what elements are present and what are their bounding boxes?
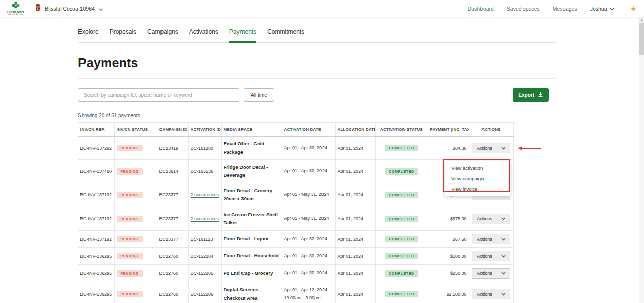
payment-amount: $250.00 xyxy=(428,265,469,282)
menu-item-view-campaign[interactable]: View campaign xyxy=(445,173,510,184)
activation-status-badge: COMPLETED xyxy=(385,236,418,242)
table-row: BC-INV-137292 PENDING BC23419 BC-161280 … xyxy=(78,137,513,160)
activation-date: Apr 01 - Apr 30, 2024 xyxy=(282,265,335,282)
nav-messages[interactable]: Messages xyxy=(553,6,577,12)
time-filter-button[interactable]: All time xyxy=(244,88,274,102)
column-header-actions: ACTIONS xyxy=(469,123,513,137)
actions-button[interactable]: Actions xyxy=(472,214,497,224)
table-row: BC-INV-136295 PENDING BC22760 BC-152286 … xyxy=(78,282,513,303)
invcn-ref: BC-INV-137192 xyxy=(78,231,114,248)
actions-button-group: Actions xyxy=(472,143,510,153)
payment-amount: $84.38 xyxy=(428,137,469,160)
invcn-status-badge: PENDING xyxy=(117,236,143,242)
actions-dropdown-toggle[interactable] xyxy=(497,234,510,244)
actions-dropdown-toggle[interactable] xyxy=(497,251,510,261)
actions-button-group: Actions xyxy=(472,268,510,279)
campaign-id: BC23377 xyxy=(157,231,188,248)
payment-amount: $100.00 xyxy=(428,248,469,265)
occurrences-link[interactable]: 2 occurrences xyxy=(191,216,219,221)
toolbar: All time Export xyxy=(78,88,556,102)
activation-id: BC-161123 xyxy=(191,237,213,242)
occurrences-link[interactable]: 2 occurrences xyxy=(191,192,219,197)
actions-button[interactable]: Actions xyxy=(472,251,497,261)
user-menu[interactable]: Joshua xyxy=(590,6,614,12)
results-summary: Showing 20 of 51 payments xyxy=(78,113,556,118)
media-space: Floor Decal - Household xyxy=(221,248,282,265)
actions-button[interactable]: Actions xyxy=(472,234,497,244)
menu-item-view-invoice[interactable]: View invoice xyxy=(445,184,510,194)
tab-campaigns[interactable]: Campaigns xyxy=(147,28,178,42)
activation-id: BC-152286 xyxy=(191,292,214,297)
campaign-id: BC22760 xyxy=(157,265,188,282)
activation-status-badge: COMPLETED xyxy=(385,270,418,277)
page-title: Payments xyxy=(78,56,556,70)
clover-icon xyxy=(11,1,20,10)
scrollbar-thumb[interactable] xyxy=(639,23,644,55)
column-header-media-space: MEDIA SPACE xyxy=(221,123,282,137)
tab-activations[interactable]: Activations xyxy=(189,28,218,42)
activation-status-badge: COMPLETED xyxy=(385,145,418,151)
activation-status-badge: COMPLETED xyxy=(385,253,418,259)
allocation-date: Apr 01, 2024 xyxy=(335,265,375,282)
actions-dropdown-toggle[interactable] xyxy=(497,143,510,153)
tab-payments[interactable]: Payments xyxy=(229,28,256,42)
tab-commitments[interactable]: Commitments xyxy=(267,28,304,42)
account-brand-icon xyxy=(35,4,41,13)
allocation-date: Apr 01, 2024 xyxy=(335,248,375,265)
actions-dropdown-toggle[interactable] xyxy=(497,214,510,224)
table-header-row: INV/CN REF.INV/CN STATUSCAMPAIGN IDACTIV… xyxy=(78,123,513,137)
account-switcher[interactable]: Blissful Cocoa 10964 xyxy=(35,4,103,13)
actions-button[interactable]: Actions xyxy=(472,289,497,299)
allocation-date: Apr 01, 2024 xyxy=(335,282,375,303)
allocation-date: Apr 01, 2024 xyxy=(335,207,375,231)
allocation-date: Apr 01, 2024 xyxy=(335,183,375,207)
media-space: Floor Decal - Grocery 20cm x 30cm xyxy=(221,183,282,207)
export-label: Export xyxy=(518,92,534,98)
column-header-activation-date: ACTIVATION DATE xyxy=(282,123,335,137)
tab-explore[interactable]: Explore xyxy=(78,28,99,42)
fresh-mart-logo[interactable]: Fresh Mart Whole Foods xyxy=(7,1,24,16)
campaign-id: BC23614 xyxy=(157,160,188,183)
campaign-id: BC22760 xyxy=(157,248,188,265)
column-header-inv-cn-status: INV/CN STATUS xyxy=(114,123,157,137)
activation-id: BC-161280 xyxy=(191,146,214,151)
activation-date: Apr 01 - May 31, 2024 xyxy=(282,207,335,231)
activation-status-badge: COMPLETED xyxy=(385,291,418,297)
actions-dropdown-toggle[interactable] xyxy=(497,289,510,299)
divider xyxy=(78,78,556,79)
payment-amount: $67.50 xyxy=(428,231,469,248)
media-space: Email Offer - Gold Package xyxy=(221,137,282,160)
campaign-id: BC22760 xyxy=(157,282,188,303)
invcn-ref: BC-INV-136295 xyxy=(78,282,114,303)
actions-button-group: Actions xyxy=(472,214,510,224)
actions-button-group: Actions xyxy=(472,289,510,299)
export-button[interactable]: Export xyxy=(513,88,549,102)
invcn-status-badge: PENDING xyxy=(117,145,143,151)
column-header-allocation-date: ALLOCATION DATE xyxy=(335,123,375,137)
campaign-id: BC23377 xyxy=(157,207,188,231)
actions-button[interactable]: Actions xyxy=(472,143,497,153)
menu-item-view-activation[interactable]: View activation xyxy=(445,163,510,173)
nav-saved-spaces[interactable]: Saved spaces xyxy=(507,6,540,12)
invcn-status-badge: PENDING xyxy=(117,216,143,222)
nav-dashboard[interactable]: Dashboard xyxy=(467,6,493,12)
tab-proposals[interactable]: Proposals xyxy=(110,28,136,42)
invcn-status-badge: PENDING xyxy=(117,168,143,175)
invcn-ref: BC-INV-136295 xyxy=(78,265,114,282)
favorites-star-icon[interactable]: ★ xyxy=(630,5,637,12)
activation-id: BC-165536 xyxy=(191,169,214,174)
payment-amount: $2,100.00 xyxy=(428,282,469,303)
invcn-status-badge: PENDING xyxy=(117,253,143,259)
scroll-up-arrow[interactable] xyxy=(639,17,644,23)
actions-dropdown-toggle[interactable] xyxy=(497,268,510,279)
payment-amount: $675.00 xyxy=(428,207,469,231)
activation-date: Apr 01 - Apr 30, 2024 xyxy=(282,160,335,183)
media-space: Fridge Door Decal - Beverage xyxy=(221,160,282,183)
activation-id: BC-152285 xyxy=(191,271,214,276)
search-input[interactable] xyxy=(78,88,239,102)
scrollbar[interactable] xyxy=(639,17,644,303)
actions-button[interactable]: Actions xyxy=(472,268,497,279)
column-header-campaign-id: CAMPAIGN ID xyxy=(157,123,188,137)
logo-subtitle: Whole Foods xyxy=(8,14,23,16)
column-header-activation-id: ACTIVATION ID xyxy=(188,123,221,137)
